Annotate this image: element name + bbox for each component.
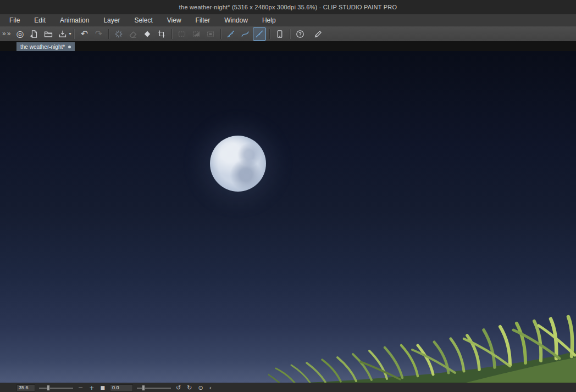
toolbar-separator <box>171 29 172 39</box>
save-icon <box>58 30 67 38</box>
rotate-cw-button[interactable]: ↻ <box>186 385 193 391</box>
save-dropdown-chevron-icon[interactable]: ▾ <box>69 31 71 36</box>
clip-studio-logo-icon: ◎ <box>16 30 24 38</box>
toolbar-separator <box>220 29 221 39</box>
new-document-icon <box>30 30 38 38</box>
deselect-button[interactable] <box>175 27 189 41</box>
new-document-button[interactable] <box>27 27 41 41</box>
menu-animation[interactable]: Animation <box>53 14 96 26</box>
toolbar-separator <box>269 29 270 39</box>
reset-rotation-icon: ⊙ <box>198 384 203 391</box>
pen-icon <box>314 30 323 38</box>
rotation-slider-handle[interactable] <box>142 385 145 391</box>
snap-to-special-ruler-button[interactable] <box>239 27 252 41</box>
minus-icon: − <box>78 384 83 391</box>
document-tabbar: the weather-night* <box>0 41 576 51</box>
canvas-viewport[interactable] <box>0 51 576 383</box>
starburst-icon <box>114 30 123 38</box>
menubar: File Edit Animation Layer Select View Fi… <box>0 14 576 26</box>
menu-file[interactable]: File <box>2 14 27 26</box>
invert-selection-icon <box>192 30 201 38</box>
menu-window[interactable]: Window <box>217 14 255 26</box>
crop-icon <box>157 30 166 38</box>
zoom-slider[interactable] <box>39 385 73 391</box>
chevron-double-icon: » <box>2 30 6 37</box>
toolbar-separator <box>108 29 109 39</box>
menu-edit[interactable]: Edit <box>27 14 53 26</box>
zoom-slider-handle[interactable] <box>47 385 50 391</box>
fill-diamond-icon <box>143 30 152 38</box>
inner-selection-icon <box>206 30 215 38</box>
zoom-out-button[interactable]: − <box>77 385 84 391</box>
toolbar-overflow-left[interactable]: » » <box>1 30 13 38</box>
command-bar: » » ◎ ▾ ↶ ↷ <box>0 26 576 41</box>
shrink-selection-button[interactable] <box>204 27 217 41</box>
moon-artwork <box>210 136 266 192</box>
plus-icon: + <box>89 384 94 391</box>
undo-icon: ↶ <box>81 30 88 38</box>
snap-to-grid-button[interactable] <box>253 27 266 41</box>
reset-rotation-button[interactable]: ⊙ <box>197 385 204 391</box>
change-canvas-size-button[interactable] <box>155 27 168 41</box>
modified-indicator-icon <box>68 46 71 48</box>
titlebar: the weather-night* (5316 x 2480px 300dpi… <box>0 0 576 14</box>
open-file-button[interactable] <box>42 27 55 41</box>
undo-button[interactable]: ↶ <box>77 27 91 41</box>
help-button[interactable] <box>293 27 307 41</box>
toolbar-separator <box>74 29 74 39</box>
invert-selection-button[interactable] <box>190 27 203 41</box>
selection-dashed-icon <box>178 30 186 38</box>
toolbar-separator <box>290 29 290 39</box>
redo-icon: ↷ <box>95 30 102 38</box>
collapse-statusbar-button[interactable]: ‹ <box>208 385 213 391</box>
menu-view[interactable]: View <box>160 14 189 26</box>
snap-curve-icon <box>241 30 250 38</box>
redo-button[interactable]: ↷ <box>92 27 105 41</box>
snap-diagonal-icon <box>255 30 264 38</box>
save-button[interactable] <box>56 27 69 41</box>
rotate-ccw-icon: ↺ <box>176 384 181 391</box>
menu-filter[interactable]: Filter <box>189 14 218 26</box>
rotate-cw-icon: ↻ <box>187 384 192 391</box>
fill-button[interactable] <box>141 27 154 41</box>
open-folder-icon <box>44 30 53 38</box>
clip-studio-paint-window: the weather-night* (5316 x 2480px 300dpi… <box>0 0 576 392</box>
actual-size-button[interactable]: ■ <box>99 385 106 390</box>
document-tab[interactable]: the weather-night* <box>16 42 75 51</box>
chevron-left-icon: ‹ <box>209 384 212 391</box>
square-icon: ■ <box>100 385 105 390</box>
open-clip-studio-button[interactable] <box>273 27 286 41</box>
rotation-value-field[interactable]: 0.0 <box>110 384 133 391</box>
window-title: the weather-night* (5316 x 2480px 300dpi… <box>179 4 397 10</box>
document-tab-label: the weather-night* <box>20 44 65 50</box>
menu-layer[interactable]: Layer <box>96 14 127 26</box>
grass-artwork <box>268 311 576 383</box>
snap-ruler-icon <box>226 30 235 38</box>
eraser-icon <box>129 30 137 38</box>
zoom-slider-track <box>39 388 73 389</box>
snap-to-ruler-button[interactable] <box>224 27 237 41</box>
tablet-icon <box>275 30 284 38</box>
zoom-in-button[interactable]: + <box>88 385 95 391</box>
pen-input-settings-button[interactable] <box>312 27 325 41</box>
clear-button[interactable] <box>112 27 125 41</box>
zoom-value-field[interactable]: 35.6 <box>16 384 35 391</box>
menu-help[interactable]: Help <box>255 14 283 26</box>
delete-selection-button[interactable] <box>126 27 140 41</box>
help-icon <box>296 30 304 38</box>
clip-studio-logo-button[interactable]: ◎ <box>13 27 26 41</box>
statusbar: 35.6 − + ■ 0.0 ↺ ↻ ⊙ ‹ <box>0 383 576 392</box>
menu-select[interactable]: Select <box>127 14 159 26</box>
rotate-ccw-button[interactable]: ↺ <box>175 385 182 391</box>
chevron-double-icon: » <box>7 30 11 37</box>
rotation-slider[interactable] <box>137 385 171 391</box>
